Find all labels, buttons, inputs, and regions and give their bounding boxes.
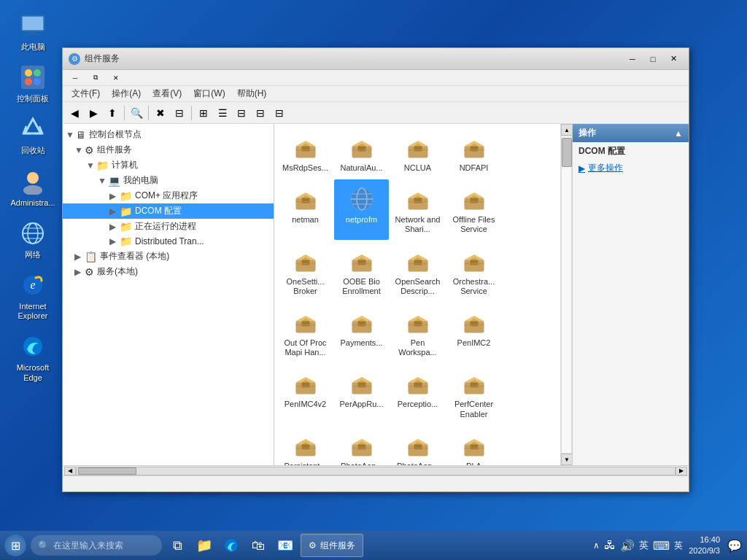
menu-help[interactable]: 帮助(H) (231, 86, 273, 101)
scroll-up-button[interactable]: ▲ (561, 124, 572, 136)
expand-services[interactable]: ▶ (74, 267, 85, 277)
expand-dcom[interactable]: ▶ (109, 206, 120, 217)
icon-item-19[interactable]: PerfCenter Enabler (446, 364, 501, 424)
view3-button[interactable]: ⊟ (233, 104, 250, 122)
hscroll-track[interactable] (76, 467, 676, 475)
maximize-button[interactable]: □ (643, 52, 662, 66)
scroll-thumb[interactable] (562, 138, 572, 167)
menu-file[interactable]: 文件(F) (66, 86, 106, 101)
expand-mycomputer[interactable]: ▼ (98, 176, 108, 186)
mail-taskbar[interactable]: 📧 (274, 534, 297, 557)
icon-item-22[interactable]: PhotoAcq... (390, 426, 445, 465)
taskbar-search[interactable]: 🔍 (31, 535, 162, 556)
edge-taskbar[interactable] (220, 534, 243, 557)
tree-item-eventviewer[interactable]: ▶ 📋 事件查看器 (本地) (63, 249, 274, 264)
expand-complus[interactable]: ▶ (109, 191, 120, 201)
secondary-restore[interactable]: ⧉ (86, 71, 105, 85)
search-input[interactable] (53, 540, 148, 551)
icon-item-14[interactable]: Pen Workspa... (390, 303, 445, 362)
expand-root[interactable]: ▼ (66, 130, 76, 140)
icon-item-6[interactable]: Network and Shari... (390, 179, 445, 239)
input-method[interactable]: 英 (639, 539, 649, 552)
desktop-icon-admin[interactable]: Administra... (7, 163, 58, 211)
icon-item-4[interactable]: netman (278, 179, 333, 239)
keyboard-icon[interactable]: ⌨ (653, 539, 670, 553)
tree-item-dcom[interactable]: ▶ 📁 DCOM 配置 (63, 203, 274, 219)
icon-item-0[interactable]: MsRdpSes... (278, 128, 333, 178)
hscroll-left[interactable]: ◀ (64, 467, 76, 475)
vertical-scrollbar[interactable]: ▲ ▼ (560, 124, 572, 465)
desktop-icon-ie[interactable]: e InternetExplorer (7, 267, 58, 324)
desktop-icon-network[interactable]: 网络 (7, 215, 58, 263)
expand-computers[interactable]: ▼ (86, 160, 96, 171)
icon-item-21[interactable]: PhotoAcq... (334, 426, 389, 465)
horizontal-scrollbar[interactable]: ◀ ▶ (63, 465, 689, 475)
file-explorer-taskbar[interactable]: 📁 (193, 534, 216, 557)
desktop-icon-controlpanel[interactable]: 控制面板 (7, 59, 58, 107)
tree-item-mycomputer[interactable]: ▼ 💻 我的电脑 (63, 173, 274, 188)
icon-item-9[interactable]: OOBE Bio Enrollment (334, 241, 389, 301)
back-button[interactable]: ◀ (66, 104, 83, 122)
menu-view[interactable]: 查看(V) (147, 86, 187, 101)
close-button[interactable]: ✕ (664, 52, 683, 66)
tree-item-distributed[interactable]: ▶ 📁 Distributed Tran... (63, 234, 274, 249)
window-task-component[interactable]: ⚙ 组件服务 (301, 534, 363, 557)
icon-item-11[interactable]: Orchestra... Service (446, 241, 501, 301)
scroll-down-button[interactable]: ▼ (561, 454, 572, 465)
tree-item-root[interactable]: ▼ 🖥 控制台根节点 (63, 127, 274, 142)
network-tray-icon[interactable]: 🖧 (604, 539, 616, 552)
icon-item-13[interactable]: Payments... (334, 303, 389, 362)
hscroll-thumb[interactable] (78, 467, 136, 475)
taskview-button[interactable]: ⧉ (166, 534, 189, 557)
icon-item-3[interactable]: NDFAPI (446, 128, 501, 178)
icon-item-5[interactable]: netprofm (334, 179, 389, 239)
expand-running[interactable]: ▶ (109, 222, 120, 232)
expand-distributed[interactable]: ▶ (109, 236, 120, 246)
icon-item-8[interactable]: OneSetti... Broker (278, 241, 333, 301)
desktop-icon-edge[interactable]: MicrosoftEdge (7, 328, 58, 386)
menu-action[interactable]: 操作(A) (106, 86, 147, 101)
start-button[interactable]: ⊞ (4, 534, 27, 557)
icon-item-23[interactable]: PLA (446, 426, 501, 465)
forward-button[interactable]: ▶ (85, 104, 102, 122)
notification-button[interactable]: 💬 (726, 537, 743, 554)
icon-item-15[interactable]: PenIMC2 (446, 303, 501, 362)
scroll-track[interactable] (561, 136, 572, 454)
secondary-minimize[interactable]: ─ (66, 71, 85, 85)
desktop-icon-computer[interactable]: 此电脑 (7, 7, 58, 55)
menu-window[interactable]: 窗口(W) (187, 86, 231, 101)
hscroll-right[interactable]: ▶ (676, 467, 687, 475)
icon-item-1[interactable]: NaturalAu... (334, 128, 389, 178)
properties-button[interactable]: ⊟ (171, 104, 188, 122)
tree-item-component[interactable]: ▼ ⚙ 组件服务 (63, 142, 274, 158)
tray-expand[interactable]: ∧ (593, 540, 600, 551)
secondary-close[interactable]: ✕ (107, 71, 125, 85)
icon-item-18[interactable]: Perceptio... (390, 364, 445, 424)
tree-item-complus[interactable]: ▶ 📁 COM+ 应用程序 (63, 188, 274, 203)
tree-item-running[interactable]: ▶ 📁 正在运行的进程 (63, 219, 274, 234)
search-button[interactable]: 🔍 (128, 104, 145, 122)
icon-item-2[interactable]: NCLUA (390, 128, 445, 178)
volume-tray-icon[interactable]: 🔊 (620, 539, 635, 553)
tree-item-computer[interactable]: ▼ 📁 计算机 (63, 158, 274, 173)
system-clock[interactable]: 16:40 2020/9/3 (689, 534, 720, 557)
ime-icon[interactable]: 英 (674, 540, 683, 552)
delete-button[interactable]: ✖ (152, 104, 169, 122)
icon-item-7[interactable]: Offline Files Service (446, 179, 501, 239)
minimize-button[interactable]: ─ (623, 52, 642, 66)
view5-button[interactable]: ⊟ (271, 104, 288, 122)
actions-expand-icon[interactable]: ▲ (674, 128, 683, 139)
desktop-icon-recycle[interactable]: 回收站 (7, 111, 58, 159)
icon-item-17[interactable]: PerAppRu... (334, 364, 389, 424)
tree-item-services[interactable]: ▶ ⚙ 服务(本地) (63, 264, 274, 279)
up-button[interactable]: ⬆ (104, 104, 121, 122)
action-more-ops[interactable]: ▶ 更多操作 (578, 160, 683, 176)
icon-item-10[interactable]: OpenSearch Descrip... (390, 241, 445, 301)
store-taskbar[interactable]: 🛍 (247, 534, 270, 557)
view4-button[interactable]: ⊟ (252, 104, 269, 122)
icon-item-12[interactable]: Out Of Proc Mapi Han... (278, 303, 333, 362)
icon-item-16[interactable]: PenIMC4v2 (278, 364, 333, 424)
icon-item-20[interactable]: Persistent... (278, 426, 333, 465)
expand-eventviewer[interactable]: ▶ (74, 252, 85, 262)
view1-button[interactable]: ⊞ (195, 104, 212, 122)
